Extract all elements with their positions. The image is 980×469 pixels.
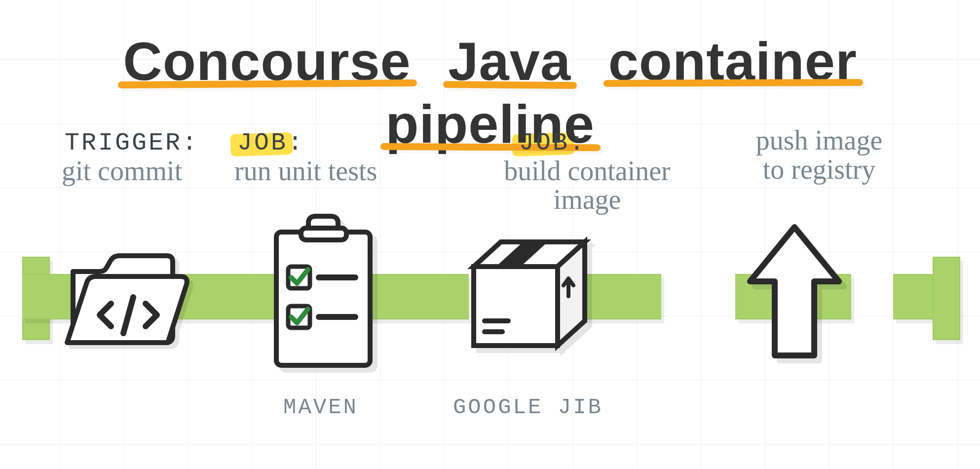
label-sub: build container image [504, 156, 670, 215]
label-head: JOB: [516, 130, 589, 156]
title-word: Concourse [121, 30, 413, 92]
tool-label-maven: MAVEN [262, 395, 380, 420]
stage-label-trigger: TRIGGER: git commit [62, 126, 239, 185]
label-head: TRIGGER: [62, 130, 202, 156]
svg-rect-1 [301, 228, 346, 240]
label-sub: push image to registry [756, 125, 883, 185]
stage-label-unit-tests: JOB: run unit tests [234, 126, 452, 185]
clipboard-checklist-icon [266, 212, 395, 370]
diagram: Concourse Java container pipeline TRIGGE… [0, 0, 980, 469]
label-head: JOB: [234, 130, 307, 156]
tool-label-jib: GOOGLE JIB [434, 395, 622, 420]
stage-label-push: push image to registry [725, 126, 913, 184]
title-word: container [606, 30, 859, 92]
label-sub: git commit [62, 156, 182, 186]
stage-label-build-image: JOB: build container image [484, 126, 691, 214]
code-folder-icon [64, 237, 192, 395]
label-sub: run unit tests [234, 156, 377, 186]
svg-rect-0 [276, 232, 370, 365]
package-box-icon [459, 222, 587, 380]
pipeline-end-cap [933, 257, 960, 340]
title-word: Java [446, 30, 573, 92]
up-arrow-icon [740, 217, 868, 375]
